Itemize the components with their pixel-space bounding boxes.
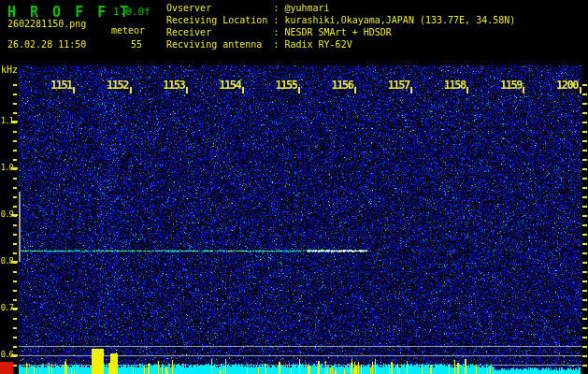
freq-label-0.8: 0.8 xyxy=(0,256,13,266)
time-label-1200: 1200 xyxy=(555,79,580,92)
time-label-1159: 1159 xyxy=(498,79,523,92)
echo-count: 55 xyxy=(131,39,142,50)
spectrogram-canvas xyxy=(0,0,588,374)
time-label-1154: 1154 xyxy=(218,79,242,92)
freq-axis-unit: kHz xyxy=(1,65,18,75)
freq-label-0.7: 0.7 xyxy=(0,303,13,312)
station-info-line: Ovserver : @yuhmari xyxy=(166,2,515,14)
station-info-line: Receiving Location : kurashiki,Okayama,J… xyxy=(166,14,515,26)
time-label-1152: 1152 xyxy=(106,79,130,92)
time-label-1151: 1151 xyxy=(49,79,73,92)
station-info-line: Receiver : NESDR SMArt + HDSDR xyxy=(166,26,515,38)
freq-label-1.1: 1.1 xyxy=(0,116,13,125)
observation-mode: meteor xyxy=(111,25,145,36)
station-info-line: Recviving antenna : Radix RY-62V xyxy=(166,38,515,50)
freq-label-0.6: 0.6 xyxy=(0,350,13,359)
observation-datetime: 26.02.28 11:50 xyxy=(7,39,86,50)
output-filename: 2602281150.png xyxy=(7,19,86,29)
time-label-1158: 1158 xyxy=(442,79,466,92)
freq-label-1.0: 1.0 xyxy=(0,163,13,172)
time-label-1155: 1155 xyxy=(274,79,298,92)
hrofft-output-image: H R O F F T 1.0.0f 2602281150.png meteor… xyxy=(0,0,588,374)
time-label-1157: 1157 xyxy=(386,79,410,92)
station-info-block: Ovserver : @yuhmariReceiving Location : … xyxy=(166,2,515,50)
time-label-1153: 1153 xyxy=(162,79,186,92)
app-version: 1.0.0f xyxy=(113,6,151,18)
time-label-1156: 1156 xyxy=(330,79,354,92)
freq-label-0.9: 0.9 xyxy=(0,209,13,219)
